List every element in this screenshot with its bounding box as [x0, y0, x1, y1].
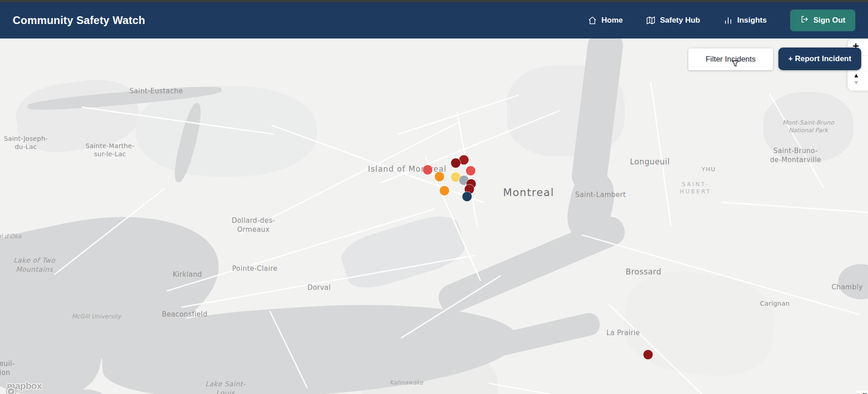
mapbox-logo[interactable]: mapbox	[5, 380, 42, 391]
incident-marker[interactable]	[451, 159, 461, 168]
map-place-label: Lake Saint- Louis	[205, 380, 246, 394]
map-place-label: Longueuil	[630, 157, 670, 167]
improve-map-link[interactable]: Improve this map	[863, 392, 868, 394]
divider	[848, 71, 868, 71]
map-place-label: Saint-Bruno- de-Montarville	[770, 147, 821, 164]
map-icon	[646, 16, 655, 25]
map-place-label: Saint-Eustache	[129, 87, 183, 96]
nav-safety-hub[interactable]: Safety Hub	[646, 16, 700, 25]
filter-incidents-label: Filter Incidents	[706, 55, 756, 64]
map-place-label: Beaconsfield	[162, 310, 208, 319]
map-canvas[interactable]: Saint-EustacheSaint-Joseph- du-LacSainte…	[0, 38, 868, 394]
map-place-label: al d'Oka	[0, 233, 21, 240]
nav-insights-label: Insights	[737, 16, 767, 25]
filter-incidents-button[interactable]: Filter Incidents	[688, 48, 773, 70]
map-place-label: La Prairie	[606, 329, 640, 338]
map-place-label: Mont-Saint-Bruno National Park	[782, 119, 834, 135]
map-place-label: SAINT- HUBERT	[680, 181, 711, 195]
map-place-label: Chambly	[831, 283, 863, 292]
sign-out-button[interactable]: Sign Out	[790, 10, 855, 31]
incident-marker[interactable]	[440, 186, 449, 196]
map-place-label: Kirkland	[173, 270, 202, 279]
map-attribution: © Mapbox © OpenStreetMap Improve this ma…	[856, 390, 868, 393]
map-place-label: Saint-Lambert	[575, 191, 626, 200]
map-place-label: Saint-Joseph- du-Lac	[4, 135, 48, 151]
nav-home-label: Home	[601, 16, 623, 25]
pitch-down-button[interactable]: ▼	[853, 79, 859, 86]
map-place-label: Montreal	[503, 186, 554, 200]
logout-icon	[800, 15, 809, 26]
map-place-label: Brossard	[625, 267, 661, 277]
map-place-label: Lake of Two Mountains	[14, 256, 56, 274]
incident-marker[interactable]	[644, 350, 653, 360]
browser-top-strip	[0, 0, 868, 2]
map-place-label: Island of Montreal	[368, 164, 447, 174]
nav-insights[interactable]: Insights	[724, 16, 767, 25]
map-place-label: Carignan	[760, 299, 790, 308]
report-incident-button[interactable]: + Report Incident	[778, 48, 861, 70]
app-title: Community Safety Watch	[13, 14, 145, 27]
nav-safety-hub-label: Safety Hub	[660, 16, 700, 25]
incident-marker[interactable]	[423, 165, 433, 175]
incident-marker[interactable]	[459, 155, 469, 165]
map-place-label: YHU	[701, 166, 716, 173]
app-header: Community Safety Watch Home Safety Hub I…	[0, 2, 868, 38]
nav-home[interactable]: Home	[588, 16, 623, 25]
incident-marker[interactable]	[463, 192, 472, 202]
map-place-label: reuil- rion	[0, 360, 15, 377]
incident-marker[interactable]	[435, 172, 444, 182]
map-place-label: Dorval	[307, 283, 331, 293]
bar-chart-icon	[724, 16, 733, 25]
report-incident-label: + Report Incident	[788, 54, 851, 63]
pitch-up-button[interactable]: ▲	[853, 72, 859, 79]
map-place-label: Dollard-des- Ormeaux	[232, 216, 275, 234]
incident-marker[interactable]	[466, 166, 476, 176]
map-place-label: Kahnawake	[390, 379, 423, 387]
sign-out-label: Sign Out	[813, 16, 845, 25]
map-place-label: Sainte-Marthe- sur-le-Lac	[86, 142, 134, 158]
home-icon	[588, 16, 597, 25]
main-nav: Home Safety Hub Insights Sign Out	[588, 10, 855, 31]
map-place-label: McGill University	[72, 313, 121, 321]
map-place-label: Pointe-Claire	[232, 264, 277, 274]
